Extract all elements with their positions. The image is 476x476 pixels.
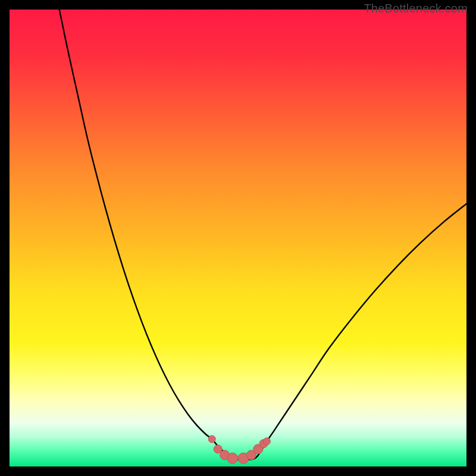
watermark-text: TheBottleneck.com bbox=[364, 2, 468, 15]
bottleneck-curve bbox=[60, 10, 466, 460]
sweet-spot-marker bbox=[263, 438, 270, 445]
sweet-spot-markers bbox=[208, 436, 270, 464]
stage: TheBottleneck.com bbox=[0, 0, 476, 476]
sweet-spot-marker bbox=[227, 453, 238, 464]
sweet-spot-marker bbox=[208, 436, 215, 443]
plot-area bbox=[10, 10, 466, 466]
curve-layer bbox=[10, 10, 466, 466]
